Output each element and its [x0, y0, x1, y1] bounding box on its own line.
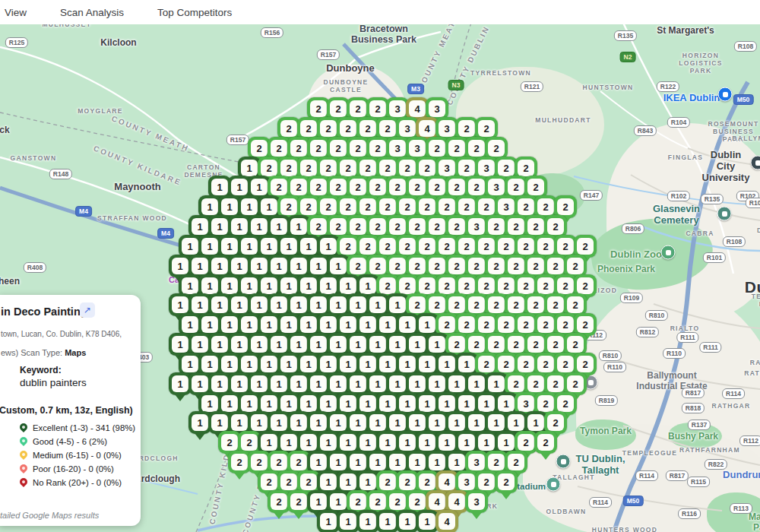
rank-pin-value: 2: [439, 198, 455, 215]
rank-pin-value: 3: [399, 120, 416, 137]
rank-pin-value: 2: [429, 140, 445, 157]
shopping-bag-icon[interactable]: [718, 87, 733, 102]
rank-pin[interactable]: 3: [465, 490, 488, 513]
rank-pin-value: 1: [231, 375, 248, 392]
rank-pin-value: 1: [409, 454, 426, 470]
stadium-icon[interactable]: [546, 477, 561, 492]
rank-pin-value: 4: [439, 513, 455, 530]
rank-pin-value: 2: [340, 160, 356, 176]
map-label: DRUMCONDRA: [757, 227, 760, 235]
rank-pin-value: 1: [320, 513, 337, 530]
rank-legend: Excellent (1-3) - 341 (98%)Good (4-5) - …: [20, 423, 135, 492]
map-label: HUNTERS WOOD: [592, 527, 657, 532]
university-icon[interactable]: [556, 454, 571, 469]
rank-pin-value: 1: [369, 336, 386, 353]
tab-scan-analysis[interactable]: Scan Analysis: [60, 7, 124, 18]
rank-pin[interactable]: 4: [435, 510, 458, 532]
road-shield: R810: [645, 310, 668, 321]
rank-pin-value: 1: [409, 414, 426, 431]
rank-pin-value: 1: [201, 356, 218, 372]
rank-pin-value: 2: [330, 100, 347, 117]
rank-pin-value: 1: [340, 356, 356, 372]
rank-pin[interactable]: 2: [495, 470, 518, 493]
rank-pin-value: 1: [379, 356, 396, 372]
map-label: DUNBOYNE CASTLE: [323, 79, 368, 94]
rank-pin-value: 1: [290, 336, 307, 353]
rank-pin-value: 1: [340, 395, 356, 412]
road-shield: R157: [226, 135, 249, 145]
rank-pin-value: 1: [300, 316, 317, 333]
rank-pin-value: 2: [518, 434, 534, 451]
map-label: Dublin Zoo: [610, 249, 662, 261]
rank-pin-value: 2: [359, 160, 376, 176]
legend-pin-icon: [18, 422, 29, 432]
rank-pin-value: 2: [320, 160, 337, 176]
rank-pin-value: 1: [251, 375, 268, 392]
rank-pin-value: 2: [537, 238, 554, 255]
road-shield: R147: [580, 190, 603, 201]
dcu-icon[interactable]: [751, 156, 760, 170]
rank-pin-value: 2: [350, 258, 366, 274]
road-shield: M4: [157, 228, 174, 239]
road-shield: R156: [261, 27, 283, 38]
rank-pin-value: 1: [320, 395, 337, 412]
rank-pin-value: 1: [320, 473, 337, 490]
cemetery-icon[interactable]: [717, 207, 732, 221]
rank-pin-value: 1: [300, 395, 317, 412]
scan-type-line: ews) Scan Type: Maps: [1, 348, 86, 357]
rank-pin-value: 2: [310, 179, 327, 195]
rank-pin-value: 1: [320, 277, 337, 294]
tab-view[interactable]: View: [5, 7, 27, 18]
rank-pin-value: 1: [182, 238, 198, 255]
rank-pin-value: 2: [280, 120, 297, 137]
rank-pin-value: 2: [557, 198, 574, 215]
rank-pin-value: 1: [429, 336, 445, 353]
rank-pin-value: 2: [419, 160, 435, 176]
rank-pin-value: 1: [280, 238, 297, 255]
rank-pin-value: 1: [340, 277, 356, 294]
rank-pin-value: 2: [429, 258, 445, 274]
paw-icon[interactable]: [661, 245, 676, 260]
rank-pin-value: 1: [478, 434, 495, 451]
rank-pin-value: 2: [409, 218, 426, 235]
legend-item: No Rank (20+) - 0 (0%): [20, 477, 135, 488]
rank-pin-value: 1: [280, 434, 297, 451]
rank-pin-value: 2: [547, 414, 564, 431]
map-label: heen: [0, 277, 20, 287]
rank-pin-value: 1: [310, 414, 327, 431]
tab-top-competitors[interactable]: Top Competitors: [157, 7, 232, 18]
rank-pin-value: 2: [448, 336, 465, 353]
rank-pin-value: 1: [527, 414, 544, 431]
rank-pin-value: 2: [508, 218, 524, 235]
rank-pin-value: 1: [251, 296, 268, 313]
rank-pin-value: 1: [488, 414, 505, 431]
road-shield: R110: [663, 348, 686, 359]
scan-parameters: Custom, 0.7 km, 13z, English): [0, 405, 133, 416]
rank-pin-value: 1: [290, 258, 307, 274]
road-shield: R114: [722, 388, 745, 399]
road-shield: N3: [448, 80, 464, 90]
rank-pin-value: 1: [241, 356, 258, 372]
map-label: Phoenix Park: [597, 264, 655, 275]
rank-pin-value: 2: [300, 120, 317, 137]
map-label: GANSTOWN: [11, 155, 57, 163]
rank-pin-value: 1: [419, 434, 435, 451]
map-label: St Margaret's: [657, 26, 714, 36]
rank-pin-value: 1: [221, 198, 238, 215]
rank-pin-value: 2: [557, 395, 574, 412]
road-shield: M50: [623, 496, 644, 506]
rank-pin-value: 1: [310, 493, 327, 510]
rank-pin-value: 1: [172, 375, 188, 392]
rank-pin-value: 1: [182, 356, 198, 372]
external-link-icon[interactable]: ↗: [80, 302, 95, 318]
rank-pin-value: 2: [478, 120, 495, 137]
rank-pin-value: 1: [350, 454, 366, 470]
rank-pin-value: 1: [399, 434, 416, 451]
rank-pin-value: 1: [271, 375, 287, 392]
rank-pin-value: 3: [389, 100, 406, 117]
rank-pin-value: 1: [241, 160, 258, 176]
road-shield: R819: [595, 395, 618, 406]
rank-pin[interactable]: 2: [534, 431, 557, 454]
road-shield: R115: [687, 477, 710, 487]
map-label: TEMPLEOGUE: [622, 450, 678, 458]
